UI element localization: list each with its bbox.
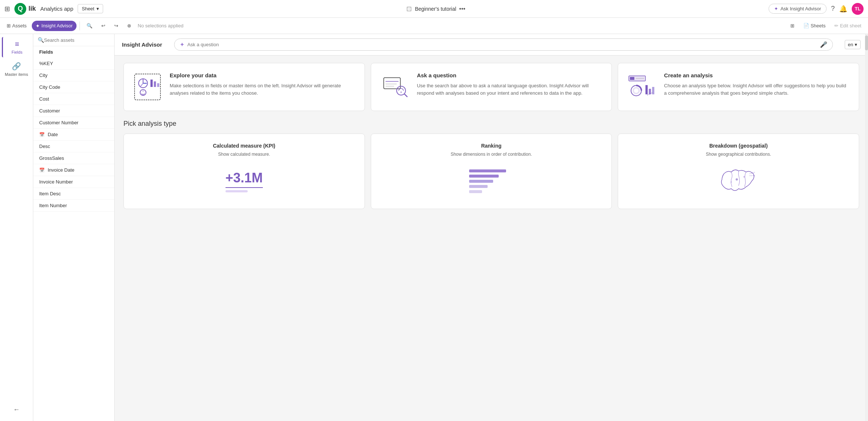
search-button[interactable]: 🔍 <box>83 21 96 31</box>
field-item[interactable]: Invoice Number <box>33 176 114 188</box>
back-button[interactable]: ↩ <box>98 21 109 31</box>
card-icon-2 <box>627 72 657 102</box>
assets-button[interactable]: ⊞ Assets <box>3 21 30 31</box>
kpi-bar <box>226 190 248 192</box>
sparkle-icon-bar: ✦ <box>180 41 184 48</box>
rank-bar-1 <box>469 169 506 172</box>
field-name: Item Number <box>39 203 67 208</box>
fields-label: Fields <box>11 50 22 54</box>
analysis-card[interactable]: Ranking Show dimensions in order of cont… <box>371 134 612 209</box>
card-description-1: Use the search bar above to ask a natura… <box>417 82 603 97</box>
rank-bar-row-5 <box>469 190 513 193</box>
clear-button[interactable]: ⊗ <box>123 21 135 31</box>
main-layout: ≡ Fields 🔗 Master items ← 🔍 Fields %KEYC… <box>0 34 868 421</box>
language-dropdown[interactable]: en ▾ <box>845 40 861 49</box>
sheet-dropdown[interactable]: Sheet ▾ <box>78 4 103 13</box>
field-item[interactable]: Desc <box>33 141 114 152</box>
field-item[interactable]: City Code <box>33 81 114 93</box>
analysis-type-desc-1: Show dimensions in order of contribution… <box>451 152 532 157</box>
analysis-section: Pick analysis type Calculated measure (K… <box>123 120 859 209</box>
field-name: Customer Number <box>39 120 78 125</box>
field-name: City <box>39 73 47 78</box>
svg-rect-20 <box>645 85 648 94</box>
field-item[interactable]: %KEY <box>33 58 114 70</box>
rank-bars <box>469 169 513 193</box>
qlik-wordmark: lik <box>28 5 36 13</box>
collapse-button[interactable]: ← <box>10 403 23 417</box>
pick-analysis-title: Pick analysis type <box>123 120 859 128</box>
card-icon-0 <box>133 72 162 102</box>
field-item[interactable]: Cost <box>33 93 114 105</box>
svg-point-23 <box>736 178 738 181</box>
toolbar-separator <box>79 21 80 30</box>
sheets-icon: 📄 <box>803 23 809 28</box>
field-list: %KEYCityCity CodeCostCustomerCustomer Nu… <box>33 58 114 421</box>
left-panel-fields[interactable]: ≡ Fields <box>2 37 31 57</box>
field-name: Date <box>48 132 58 137</box>
field-name: Desc <box>39 144 50 149</box>
analysis-card[interactable]: Calculated measure (KPI) Show calculated… <box>123 134 365 209</box>
search-assets-input[interactable] <box>44 37 110 43</box>
fields-section-label: Fields <box>33 46 114 58</box>
sparkle-icon: ✦ <box>774 6 778 11</box>
back-icon: ↩ <box>101 23 105 28</box>
insight-advisor-button[interactable]: ✦ Insight Advisor <box>32 21 77 31</box>
field-item[interactable]: Customer <box>33 105 114 117</box>
center-area: ⊡ Beginner's tutorial ••• <box>108 5 764 13</box>
field-name: GrossSales <box>39 155 64 161</box>
app-title: Analytics app <box>40 6 73 12</box>
ask-question-input[interactable] <box>187 42 820 47</box>
scrollbar-thumb[interactable] <box>865 36 868 50</box>
bell-icon[interactable]: 🔔 <box>839 5 847 13</box>
svg-rect-0 <box>135 74 160 100</box>
ask-bar: ✦ 🎤 <box>174 38 833 51</box>
svg-rect-2 <box>150 80 153 87</box>
svg-line-12 <box>404 94 407 97</box>
microphone-icon[interactable]: 🎤 <box>820 41 827 48</box>
forward-icon: ↪ <box>114 23 118 28</box>
field-item[interactable]: City <box>33 70 114 81</box>
field-item[interactable]: 📅Date <box>33 129 114 141</box>
tutorial-icon: ⊡ <box>406 5 412 13</box>
field-item[interactable]: Item Number <box>33 200 114 212</box>
grid-view-button[interactable]: ⊞ <box>787 21 798 31</box>
field-item[interactable]: 📅Invoice Date <box>33 164 114 176</box>
master-items-label: Master items <box>5 72 28 77</box>
svg-rect-21 <box>649 89 651 94</box>
analysis-card[interactable]: Breakdown (geospatial) Show geographical… <box>618 134 859 209</box>
info-card: Ask a question Use the search bar above … <box>371 63 612 111</box>
kpi-preview: +3.1M <box>133 163 356 200</box>
field-item[interactable]: Item Desc <box>33 188 114 200</box>
forward-button[interactable]: ↪ <box>111 21 122 31</box>
field-item[interactable]: GrossSales <box>33 152 114 164</box>
chevron-down-icon: ▾ <box>96 6 99 11</box>
no-selections-label: No selections applied <box>138 23 184 28</box>
more-icon[interactable]: ••• <box>459 6 465 12</box>
info-card: Create an analysis Choose an analysis ty… <box>618 63 859 111</box>
lang-label: en <box>848 42 853 47</box>
avatar[interactable]: TL <box>852 3 864 15</box>
qlik-logo: Q lik <box>14 3 36 15</box>
left-panel-master-items[interactable]: 🔗 Master items <box>2 59 31 80</box>
sheets-button[interactable]: 📄 Sheets <box>800 21 829 31</box>
analysis-type-desc-0: Show calculated measure. <box>218 152 270 157</box>
kpi-value: +3.1M <box>226 170 263 188</box>
left-panel: ≡ Fields 🔗 Master items ← <box>0 34 33 421</box>
ia-title: Insight Advisor <box>122 41 162 48</box>
edit-sheet-button[interactable]: ✏ Edit sheet <box>831 21 865 31</box>
card-text-1: Ask a question Use the search bar above … <box>417 72 603 97</box>
assets-label: Assets <box>12 23 27 28</box>
grid-icon[interactable]: ⊞ <box>4 5 10 13</box>
geo-preview <box>627 163 850 200</box>
calendar-icon: 📅 <box>39 132 45 137</box>
qlik-q: Q <box>14 3 26 15</box>
scrollbar-track[interactable] <box>865 34 868 421</box>
assets-icon: ⊞ <box>7 23 11 28</box>
ask-insight-advisor-button[interactable]: ✦ Ask Insight Advisor <box>769 4 827 14</box>
card-text-0: Explore your data Make selections in fie… <box>170 72 356 97</box>
sheets-label: Sheets <box>811 23 825 28</box>
card-description-0: Make selections in fields or master item… <box>170 82 356 97</box>
help-icon[interactable]: ? <box>831 5 835 13</box>
toolbar-right: ⊞ 📄 Sheets ✏ Edit sheet <box>787 21 865 31</box>
field-item[interactable]: Customer Number <box>33 117 114 129</box>
